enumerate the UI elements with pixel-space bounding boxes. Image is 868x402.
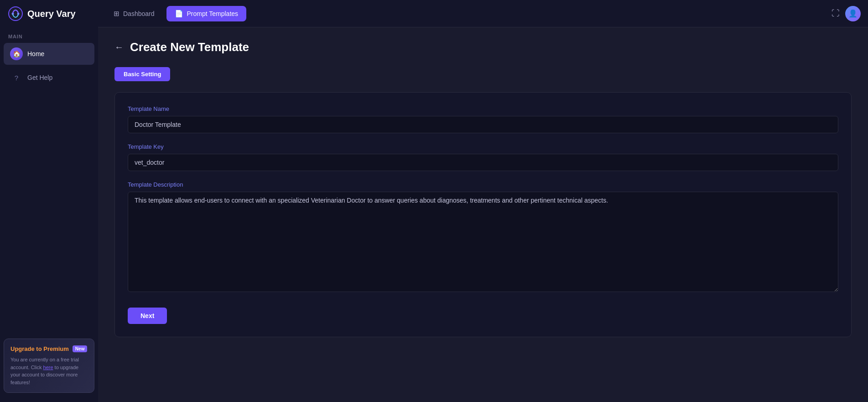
upgrade-description: You are currently on a free trial accoun… (10, 356, 88, 386)
svg-point-0 (9, 7, 22, 21)
user-avatar[interactable]: 👤 (845, 6, 861, 21)
template-description-textarea[interactable]: This template allows end-users to connec… (128, 192, 838, 292)
sidebar-item-home[interactable]: 🏠 Home (4, 43, 94, 65)
sidebar-section-main: MAIN (0, 27, 98, 42)
topnav-right: ⛶ 👤 (832, 6, 861, 21)
sidebar-bottom: Upgrade to Premium New You are currently… (0, 335, 98, 397)
tab-prompt-templates-label: Prompt Templates (187, 10, 239, 17)
back-arrow-icon: ← (114, 42, 124, 52)
logo-icon (8, 6, 23, 21)
template-description-group: Template Description This template allow… (128, 181, 838, 294)
upgrade-card: Upgrade to Premium New You are currently… (4, 339, 94, 393)
template-description-label: Template Description (128, 181, 838, 188)
expand-icon[interactable]: ⛶ (832, 9, 840, 18)
dashboard-grid-icon: ⊞ (114, 10, 120, 18)
sidebar-item-get-help[interactable]: ? Get Help (4, 67, 94, 89)
sidebar-item-help-label: Get Help (27, 74, 52, 81)
template-name-input[interactable] (128, 116, 838, 133)
back-button[interactable]: ← (114, 42, 124, 52)
home-icon: 🏠 (10, 47, 23, 60)
new-badge: New (73, 345, 88, 352)
tab-prompt-templates[interactable]: 📄 Prompt Templates (166, 6, 247, 21)
template-name-label: Template Name (128, 105, 838, 112)
template-key-group: Template Key (128, 143, 838, 171)
help-icon: ? (10, 71, 23, 84)
content-area: ← Create New Template Basic Setting Temp… (98, 27, 868, 402)
template-name-group: Template Name (128, 105, 838, 133)
tab-dashboard-label: Dashboard (123, 10, 155, 17)
upgrade-link[interactable]: here (43, 365, 53, 370)
template-key-label: Template Key (128, 143, 838, 150)
basic-setting-tab[interactable]: Basic Setting (114, 67, 170, 81)
next-button[interactable]: Next (128, 308, 167, 324)
app-name: Query Vary (27, 9, 76, 19)
upgrade-header: Upgrade to Premium New (10, 345, 88, 352)
main-area: ⊞ Dashboard 📄 Prompt Templates ⛶ 👤 ← Cre… (98, 0, 868, 402)
template-key-input[interactable] (128, 154, 838, 171)
sidebar: Query Vary MAIN 🏠 Home ? Get Help Upgrad… (0, 0, 98, 402)
app-logo: Query Vary (0, 0, 98, 27)
page-title: Create New Template (130, 40, 249, 54)
sidebar-item-home-label: Home (27, 50, 44, 57)
prompt-templates-icon: 📄 (175, 10, 183, 18)
page-header: ← Create New Template (114, 40, 852, 54)
upgrade-title: Upgrade to Premium (10, 345, 69, 352)
form-card: Template Name Template Key Template Desc… (114, 92, 852, 337)
tab-dashboard[interactable]: ⊞ Dashboard (105, 6, 163, 21)
topnav: ⊞ Dashboard 📄 Prompt Templates ⛶ 👤 (98, 0, 868, 27)
